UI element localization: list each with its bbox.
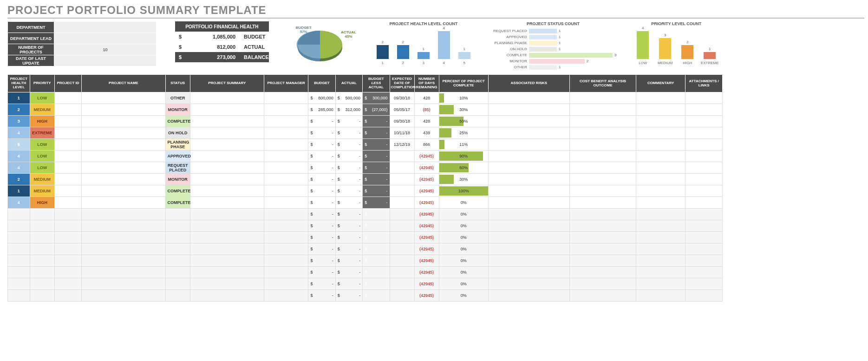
cell-priority[interactable]: MEDIUM xyxy=(30,174,54,185)
table-row[interactable]: $-$-$-(42945)0% xyxy=(8,255,723,267)
table-row[interactable]: 4LOWREQUEST PLACED$-$-$-(42945)60% xyxy=(8,162,723,174)
info-dept-value[interactable] xyxy=(54,22,157,33)
cell-status[interactable]: MONITOR xyxy=(165,174,190,185)
cell-health[interactable]: 1 xyxy=(8,185,30,197)
cell-priority[interactable] xyxy=(30,267,54,278)
info-date-value[interactable] xyxy=(54,55,157,66)
cell-priority[interactable]: HIGH xyxy=(30,197,54,209)
table-row[interactable]: 2MEDIUMMONITOR$-$-$-(42945)30% xyxy=(8,174,723,185)
cell-percent[interactable]: 0% xyxy=(439,220,488,232)
cell-status[interactable]: OTHER xyxy=(165,92,190,104)
cell-status[interactable] xyxy=(165,278,190,290)
cell-percent[interactable]: 0% xyxy=(439,232,488,243)
table-row[interactable]: 3HIGHCOMPLETE$-$-$-09/30/1842850% xyxy=(8,116,723,127)
grid-header: EXPECTED DATE OF COMPLETION xyxy=(390,75,414,92)
cell-percent[interactable]: 0% xyxy=(439,255,488,267)
cell-priority[interactable]: LOW xyxy=(30,162,54,174)
table-row[interactable]: 2MEDIUMMONITOR$285,000$312,000$(27,000)0… xyxy=(8,104,723,116)
cell-status[interactable]: PLANNING PHASE xyxy=(165,139,190,151)
cell-health[interactable]: 1 xyxy=(8,92,30,104)
cell-priority[interactable]: MEDIUM xyxy=(30,104,54,116)
cell-priority[interactable] xyxy=(30,290,54,302)
cell-percent[interactable]: 100% xyxy=(439,185,488,197)
health-bar xyxy=(418,52,430,59)
cell-health[interactable] xyxy=(8,278,30,290)
cell-percent[interactable]: 0% xyxy=(439,278,488,290)
cell-health[interactable]: 4 xyxy=(8,162,30,174)
cell-status[interactable] xyxy=(165,243,190,255)
table-row[interactable]: $-$-$-(42945)0% xyxy=(8,290,723,302)
cell-percent[interactable]: 25% xyxy=(439,127,488,139)
cell-health[interactable]: 4 xyxy=(8,151,30,162)
cell-priority[interactable] xyxy=(30,278,54,290)
cell-health[interactable] xyxy=(8,290,30,302)
cell-percent[interactable]: 0% xyxy=(439,290,488,302)
cell-priority[interactable]: LOW xyxy=(30,139,54,151)
table-row[interactable]: $-$-$-(42945)0% xyxy=(8,232,723,243)
cell-status[interactable]: ON HOLD xyxy=(165,127,190,139)
cell-health[interactable]: 2 xyxy=(8,174,30,185)
fin-actual-dollar: $ xyxy=(175,42,184,52)
table-row[interactable]: 4EXTREMEON HOLD$-$-$-10/11/1843925% xyxy=(8,127,723,139)
cell-health[interactable]: 4 xyxy=(8,197,30,209)
table-row[interactable]: $-$-$-(42945)0% xyxy=(8,278,723,290)
cell-priority[interactable]: MEDIUM xyxy=(30,185,54,197)
priority-bar xyxy=(681,45,693,59)
cell-status[interactable] xyxy=(165,267,190,278)
cell-health[interactable] xyxy=(8,267,30,278)
table-row[interactable]: $-$-$-(42945)0% xyxy=(8,267,723,278)
cell-percent[interactable]: 0% xyxy=(439,243,488,255)
cell-priority[interactable]: HIGH xyxy=(30,116,54,127)
table-row[interactable]: 1LOWOTHER$800,000$500,000$300,00009/30/1… xyxy=(8,92,723,104)
grid-header: BUDGETLESSACTUAL xyxy=(363,75,390,92)
cell-percent[interactable]: 30% xyxy=(439,174,488,185)
cell-percent[interactable]: 0% xyxy=(439,209,488,220)
cell-priority[interactable] xyxy=(30,220,54,232)
cell-health[interactable] xyxy=(8,232,30,243)
table-row[interactable]: $-$-$-(42945)0% xyxy=(8,243,723,255)
cell-priority[interactable]: LOW xyxy=(30,151,54,162)
cell-status[interactable] xyxy=(165,255,190,267)
cell-health[interactable]: 2 xyxy=(8,104,30,116)
cell-health[interactable] xyxy=(8,255,30,267)
cell-percent[interactable]: 90% xyxy=(439,151,488,162)
cell-status[interactable] xyxy=(165,290,190,302)
cell-priority[interactable] xyxy=(30,255,54,267)
cell-status[interactable]: COMPLETE xyxy=(165,116,190,127)
cell-percent[interactable]: 60% xyxy=(439,162,488,174)
cell-percent[interactable]: 30% xyxy=(439,104,488,116)
cell-health[interactable] xyxy=(8,220,30,232)
table-row[interactable]: 4HIGHCOMPLETE$-$-$-(42945)0% xyxy=(8,197,723,209)
cell-status[interactable] xyxy=(165,232,190,243)
info-num-value[interactable]: 10 xyxy=(54,44,157,55)
cell-status[interactable]: REQUEST PLACED xyxy=(165,162,190,174)
info-lead-value[interactable] xyxy=(54,33,157,44)
cell-health[interactable]: 4 xyxy=(8,127,30,139)
cell-health[interactable] xyxy=(8,243,30,255)
table-row[interactable]: 5LOWPLANNING PHASE$-$-$-12/12/1986611% xyxy=(8,139,723,151)
cell-status[interactable] xyxy=(165,209,190,220)
cell-percent[interactable]: 0% xyxy=(439,197,488,209)
cell-priority[interactable]: EXTREME xyxy=(30,127,54,139)
cell-percent[interactable]: 10% xyxy=(439,92,488,104)
cell-status[interactable]: COMPLETE xyxy=(165,185,190,197)
cell-priority[interactable] xyxy=(30,243,54,255)
cell-status[interactable] xyxy=(165,220,190,232)
cell-percent[interactable]: 0% xyxy=(439,267,488,278)
table-row[interactable]: 1MEDIUMCOMPLETE$-$-$-(42945)100% xyxy=(8,185,723,197)
table-row[interactable]: $-$-$-(42945)0% xyxy=(8,209,723,220)
cell-health[interactable] xyxy=(8,209,30,220)
cell-percent[interactable]: 50% xyxy=(439,116,488,127)
cell-status[interactable]: COMPLETE xyxy=(165,197,190,209)
cell-priority[interactable]: LOW xyxy=(30,92,54,104)
cell-status[interactable]: MONITOR xyxy=(165,104,190,116)
cell-health[interactable]: 3 xyxy=(8,116,30,127)
cell-priority[interactable] xyxy=(30,232,54,243)
table-row[interactable]: $-$-$-(42945)0% xyxy=(8,220,723,232)
table-row[interactable]: 4LOWAPPROVED$-$-$-(42945)90% xyxy=(8,151,723,162)
cell-health[interactable]: 5 xyxy=(8,139,30,151)
cell-status[interactable]: APPROVED xyxy=(165,151,190,162)
cell-percent[interactable]: 11% xyxy=(439,139,488,151)
cell-priority[interactable] xyxy=(30,209,54,220)
status-chart: PROJECT STATUS COUNT REQUEST PLACED1APPR… xyxy=(490,21,616,70)
